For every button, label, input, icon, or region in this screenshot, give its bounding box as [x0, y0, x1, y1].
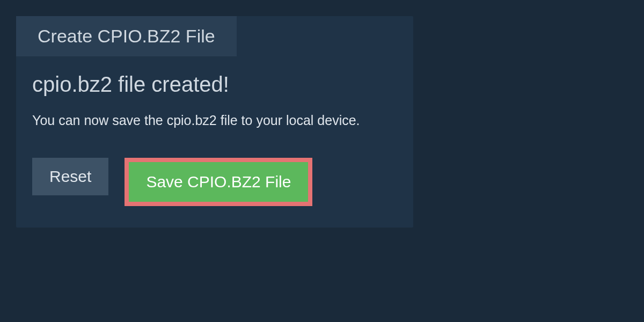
button-row: Reset Save CPIO.BZ2 File: [32, 158, 397, 206]
main-panel: Create CPIO.BZ2 File cpio.bz2 file creat…: [16, 16, 413, 228]
reset-button[interactable]: Reset: [32, 158, 108, 195]
save-button[interactable]: Save CPIO.BZ2 File: [125, 158, 312, 206]
status-description: You can now save the cpio.bz2 file to yo…: [32, 113, 397, 128]
tab-create-file[interactable]: Create CPIO.BZ2 File: [16, 16, 237, 56]
status-heading: cpio.bz2 file created!: [32, 72, 397, 97]
tab-title: Create CPIO.BZ2 File: [38, 26, 215, 46]
panel-content: cpio.bz2 file created! You can now save …: [16, 56, 413, 228]
